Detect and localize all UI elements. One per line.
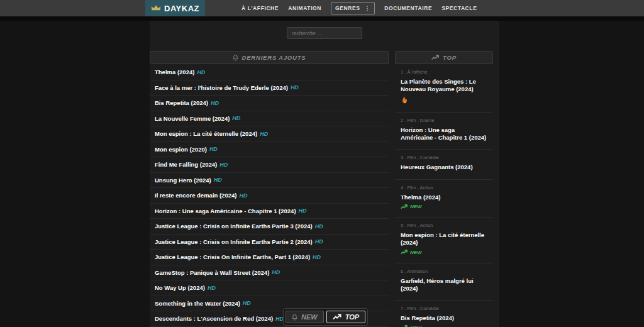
movie-title: Thelma (2024) — [155, 69, 194, 75]
hd-badge: HD — [219, 162, 228, 168]
hd-badge: HD — [313, 254, 321, 260]
top-item-meta: 3 . Film , Comédie — [401, 155, 487, 160]
top-item-title: La Planète des Singes : Le Nouveau Royau… — [401, 78, 487, 94]
list-item[interactable]: Horizon : Une saga Américaine - Chapitre… — [150, 204, 389, 219]
hd-badge: HD — [209, 146, 218, 152]
nav-item-genres[interactable]: GENRES ⋮ — [331, 2, 375, 14]
movie-title: Unsung Hero (2024) — [155, 177, 211, 184]
nav-item-animation[interactable]: ANIMATION — [288, 5, 321, 11]
vertical-dots-icon: ⋮ — [365, 6, 371, 11]
new-badge-label: NEW — [410, 250, 422, 255]
top-item-meta: 5 . Film , Action — [401, 223, 487, 228]
nav-item-a-laffiche[interactable]: À L'AFFICHE — [242, 5, 279, 11]
new-badge: NEW — [401, 250, 422, 255]
movie-title: La Nouvelle Femme (2024) — [155, 115, 230, 122]
movie-title: Horizon : Une saga Américaine - Chapitre… — [155, 208, 296, 214]
list-item[interactable]: Justice League : Crisis on Infinite Eart… — [150, 235, 389, 250]
top-item-meta: 1 . À l'affiche — [401, 69, 487, 75]
list-item[interactable]: Justice League : Crisis On Infinite Eart… — [150, 250, 389, 265]
movie-title: Something in the Water (2024) — [155, 300, 240, 307]
movie-title: Justice League : Crisis on Infinite Eart… — [155, 238, 313, 245]
brand-logo[interactable]: DAYKAZ — [145, 0, 205, 16]
movie-list: Thelma (2024)HD Face à la mer : l'histoi… — [150, 65, 389, 327]
header-divider — [0, 16, 644, 21]
crown-icon — [151, 5, 161, 11]
top-panel: TOP 1 . À l'affiche La Planète des Singe… — [395, 51, 493, 327]
top-item-meta: 2 . Film , Drame — [401, 118, 487, 123]
nav-item-spectacle[interactable]: SPECTACLE — [441, 5, 477, 11]
hd-badge: HD — [272, 269, 280, 275]
new-button-label: NEW — [301, 313, 318, 321]
app-header: DAYKAZ À L'AFFICHE ANIMATION GENRES ⋮ DO… — [0, 0, 644, 16]
new-button[interactable]: NEW — [286, 311, 324, 323]
movie-title: Face à la mer : l'histoire de Trudy Eder… — [155, 84, 288, 91]
hd-badge: HD — [197, 69, 205, 75]
movie-title: Justice League : Crisis on Infinite Eart… — [155, 223, 313, 230]
top-button-label: TOP — [345, 313, 359, 321]
top-item[interactable]: 2 . Film , Drame Horizon : Une saga Amér… — [395, 113, 493, 150]
top-item-title: Mon espion : La cité éternelle (2024) — [401, 231, 487, 247]
list-item[interactable]: La Nouvelle Femme (2024)HD — [150, 111, 389, 127]
hd-badge: HD — [243, 300, 251, 306]
movie-title: Bis Repetita (2024) — [155, 99, 208, 106]
movie-title: GameStop : Panique à Wall Street (2024) — [155, 269, 269, 276]
hd-badge: HD — [260, 131, 268, 137]
list-item[interactable]: Unsung Hero (2024)HD — [150, 173, 389, 189]
top-item[interactable]: 1 . À l'affiche La Planète des Singes : … — [395, 64, 493, 113]
hd-badge: HD — [315, 238, 323, 245]
list-item[interactable]: Find Me Falling (2024)HD — [150, 157, 389, 173]
list-item[interactable]: Bis Repetita (2024)HD — [150, 96, 389, 111]
hd-badge: HD — [214, 177, 222, 183]
bell-icon — [233, 54, 238, 61]
top-item[interactable]: 7 . Film , Comédie Bis Repetita (2024) N… — [395, 301, 493, 327]
list-item[interactable]: Justice League : Crisis on Infinite Eart… — [150, 219, 389, 235]
latest-panel-title: DERNIERS AJOUTS — [242, 54, 306, 61]
top-item-title: Horizon : Une saga Américaine - Chapitre… — [401, 126, 487, 142]
latest-additions-panel: DERNIERS AJOUTS Thelma (2024)HD Face à l… — [150, 51, 389, 327]
movie-title: Justice League : Crisis On Infinite Eart… — [155, 253, 310, 260]
top-item[interactable]: 5 . Film , Action Mon espion : La cité é… — [395, 218, 493, 263]
top-item-title: Thelma (2024) — [401, 194, 487, 201]
new-badge: NEW — [401, 204, 422, 209]
bell-icon — [292, 314, 297, 321]
list-item[interactable]: No Way Up (2024)HD — [150, 280, 389, 296]
list-item[interactable]: GameStop : Panique à Wall Street (2024)H… — [150, 265, 389, 281]
movie-title: Mon espion : La cité éternelle (2024) — [155, 130, 257, 137]
top-item-meta: 7 . Film , Comédie — [401, 306, 487, 311]
nav-item-genres-label: GENRES — [335, 5, 360, 11]
hd-badge: HD — [291, 84, 299, 91]
movie-title: Il reste encore demain (2024) — [155, 192, 236, 199]
top-item[interactable]: 6 . Animation Garfield, Héros malgré lui… — [395, 263, 493, 301]
nav-item-documentaire[interactable]: DOCUMENTAIRE — [384, 5, 432, 11]
latest-panel-header: DERNIERS AJOUTS — [150, 51, 389, 64]
top-button[interactable]: TOP — [326, 311, 365, 323]
main-nav: À L'AFFICHE ANIMATION GENRES ⋮ DOCUMENTA… — [242, 2, 477, 14]
movie-title: Find Me Falling (2024) — [155, 161, 217, 168]
brand-name: DAYKAZ — [164, 4, 199, 13]
top-item[interactable]: 3 . Film , Comédie Heureux Gagnants (202… — [395, 150, 493, 179]
top-item-title: Garfield, Héros malgré lui (2024) — [401, 277, 487, 293]
hd-badge: HD — [299, 208, 307, 214]
hd-badge: HD — [232, 115, 240, 121]
list-item[interactable]: Face à la mer : l'histoire de Trudy Eder… — [150, 80, 389, 96]
top-panel-header: TOP — [395, 51, 493, 64]
hd-badge: HD — [208, 285, 216, 291]
quick-nav-toolbar: NEW TOP — [283, 308, 368, 326]
top-item-title: Heureux Gagnants (2024) — [401, 164, 487, 171]
list-item[interactable]: Il reste encore demain (2024)HD — [150, 188, 389, 204]
search-input[interactable] — [287, 27, 362, 39]
new-badge-label: NEW — [410, 204, 422, 209]
top-item[interactable]: 4 . Film , Action Thelma (2024) NEW — [395, 180, 493, 218]
fire-icon — [401, 96, 407, 104]
trending-up-icon — [401, 250, 408, 255]
top-item-title: Bis Repetita (2024) — [401, 314, 487, 322]
list-item[interactable]: Thelma (2024)HD — [150, 65, 389, 80]
list-item[interactable]: Mon espion : La cité éternelle (2024)HD — [150, 126, 389, 142]
top-panel-title: TOP — [443, 54, 457, 61]
top-item-meta: 4 . Film , Action — [401, 185, 487, 191]
hd-badge: HD — [211, 100, 219, 106]
trending-up-icon — [401, 204, 408, 209]
content-column: DERNIERS AJOUTS Thelma (2024)HD Face à l… — [150, 21, 499, 327]
movie-title: No Way Up (2024) — [155, 284, 205, 291]
list-item[interactable]: Mon espion (2020)HD — [150, 142, 389, 158]
